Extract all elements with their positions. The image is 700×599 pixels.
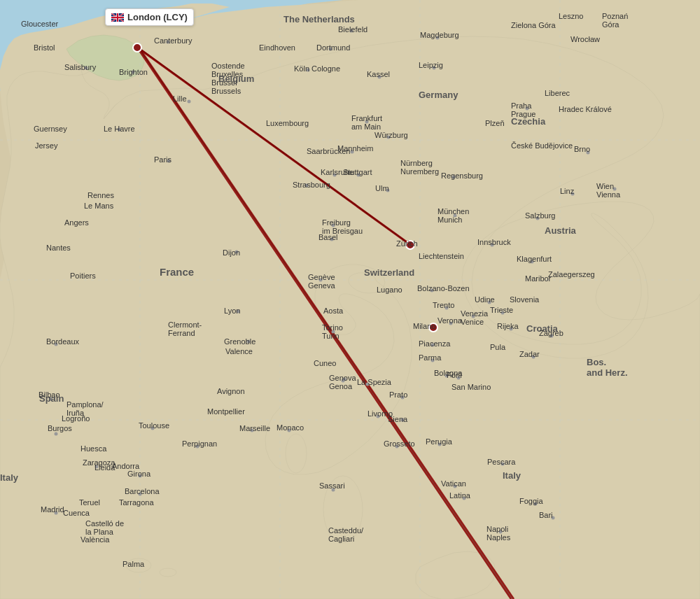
svg-point-2: [323, 476, 363, 543]
svg-point-64: [536, 217, 540, 220]
svg-point-77: [333, 174, 337, 177]
svg-point-59: [501, 311, 505, 315]
svg-point-83: [365, 120, 369, 124]
svg-point-34: [139, 493, 142, 496]
svg-point-81: [350, 29, 354, 33]
svg-point-62: [550, 334, 554, 338]
svg-point-57: [430, 289, 434, 293]
svg-point-55: [472, 315, 475, 318]
svg-point-69: [587, 151, 590, 155]
svg-point-72: [452, 176, 456, 179]
svg-point-31: [288, 429, 291, 432]
svg-point-43: [332, 224, 335, 227]
svg-point-36: [49, 397, 52, 401]
svg-point-94: [499, 530, 503, 534]
svg-point-26: [118, 128, 121, 132]
svg-point-95: [332, 488, 335, 492]
svg-point-33: [196, 445, 200, 449]
svg-point-51: [401, 396, 405, 400]
london-airport-label[interactable]: London (LCY): [105, 8, 194, 26]
london-airport-name: London (LCY): [127, 12, 188, 22]
svg-point-65: [491, 244, 494, 247]
svg-point-38: [55, 512, 58, 515]
svg-point-19: [133, 43, 141, 52]
svg-point-21: [429, 323, 438, 332]
svg-point-80: [329, 48, 332, 51]
svg-point-93: [552, 516, 555, 520]
svg-point-89: [454, 485, 457, 488]
svg-point-87: [457, 376, 461, 380]
svg-point-58: [488, 301, 491, 304]
svg-point-28: [237, 310, 240, 313]
svg-point-56: [445, 306, 449, 310]
svg-point-50: [377, 415, 380, 418]
svg-point-39: [95, 465, 99, 469]
svg-point-3: [126, 558, 151, 572]
svg-point-4: [160, 568, 176, 577]
svg-point-78: [386, 189, 390, 192]
svg-point-20: [406, 241, 414, 249]
svg-point-40: [139, 474, 142, 478]
svg-point-74: [387, 136, 391, 139]
svg-point-29: [247, 340, 251, 344]
map-container: London (LCY) Canterbury Brighton Salisbu…: [0, 0, 700, 599]
svg-point-91: [501, 463, 505, 466]
svg-point-66: [571, 192, 575, 196]
svg-point-71: [436, 36, 440, 40]
svg-point-82: [378, 76, 382, 79]
svg-point-61: [532, 355, 536, 359]
svg-point-32: [151, 427, 155, 430]
svg-point-49: [366, 383, 370, 386]
svg-point-63: [531, 260, 534, 264]
svg-point-30: [251, 429, 254, 432]
svg-point-54: [449, 322, 453, 325]
svg-point-88: [438, 443, 442, 446]
svg-point-35: [55, 343, 58, 346]
svg-point-45: [319, 279, 323, 282]
svg-point-42: [305, 184, 309, 188]
svg-point-84: [431, 344, 435, 347]
svg-point-60: [510, 327, 513, 331]
svg-point-86: [445, 374, 449, 378]
svg-point-5: [286, 434, 307, 473]
svg-point-52: [401, 418, 405, 422]
svg-point-44: [330, 238, 334, 241]
svg-point-46: [332, 330, 335, 334]
svg-point-79: [307, 69, 310, 72]
svg-point-22: [167, 41, 170, 44]
svg-point-92: [534, 502, 538, 506]
svg-point-90: [463, 497, 466, 500]
svg-point-73: [454, 214, 457, 218]
svg-point-37: [55, 432, 58, 436]
svg-point-53: [396, 445, 399, 449]
svg-point-23: [132, 71, 135, 74]
svg-point-41: [188, 100, 191, 104]
svg-point-68: [526, 107, 529, 111]
svg-point-27: [235, 251, 239, 254]
svg-point-67: [613, 188, 617, 191]
svg-point-48: [342, 379, 345, 383]
svg-point-75: [351, 150, 354, 154]
svg-point-85: [431, 359, 435, 362]
svg-point-70: [433, 66, 436, 70]
svg-point-76: [357, 174, 360, 177]
svg-point-24: [85, 66, 88, 70]
svg-point-25: [167, 160, 171, 163]
